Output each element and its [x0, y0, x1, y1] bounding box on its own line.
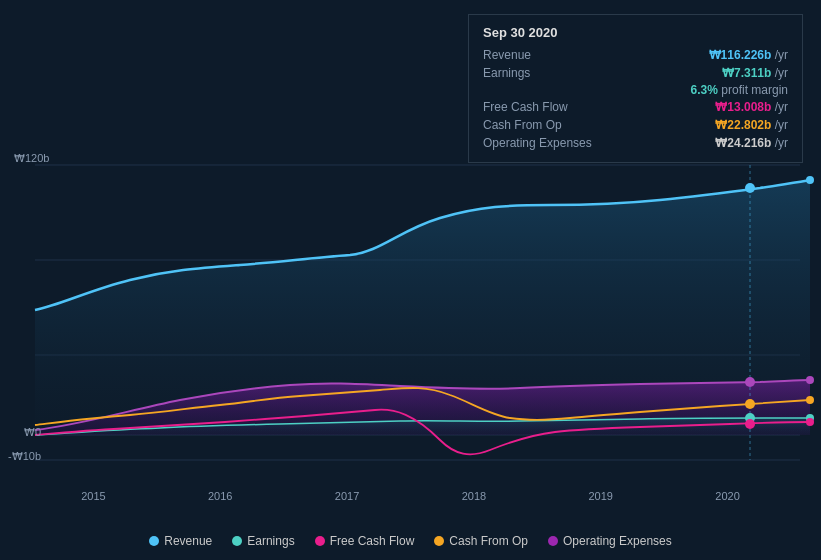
svg-point-13 [745, 399, 755, 409]
legend-fcf[interactable]: Free Cash Flow [315, 534, 415, 548]
y-label-neg10: -₩10b [8, 450, 41, 463]
svg-point-6 [806, 376, 814, 384]
legend-revenue[interactable]: Revenue [149, 534, 212, 548]
tooltip-earnings-row: Earnings ₩7.311b /yr [483, 64, 788, 82]
legend-dot-opex [548, 536, 558, 546]
tooltip-cashop-label: Cash From Op [483, 118, 613, 132]
tooltip-revenue-label: Revenue [483, 48, 613, 62]
legend-label-opex: Operating Expenses [563, 534, 672, 548]
x-label-2019: 2019 [588, 490, 612, 502]
svg-point-5 [806, 176, 814, 184]
tooltip-margin-value: 6.3% [691, 83, 718, 97]
legend-label-earnings: Earnings [247, 534, 294, 548]
tooltip-fcf-row: Free Cash Flow ₩13.008b /yr [483, 98, 788, 116]
legend-dot-cashop [434, 536, 444, 546]
tooltip-fcf-label: Free Cash Flow [483, 100, 613, 114]
legend-cashop[interactable]: Cash From Op [434, 534, 528, 548]
x-label-2016: 2016 [208, 490, 232, 502]
legend-earnings[interactable]: Earnings [232, 534, 294, 548]
tooltip-revenue-value: ₩116.226b /yr [709, 48, 788, 62]
legend-opex[interactable]: Operating Expenses [548, 534, 672, 548]
tooltip-opex-label: Operating Expenses [483, 136, 613, 150]
legend-dot-earnings [232, 536, 242, 546]
tooltip-cashop-row: Cash From Op ₩22.802b /yr [483, 116, 788, 134]
legend-dot-revenue [149, 536, 159, 546]
tooltip-margin-label: profit margin [718, 83, 788, 97]
svg-point-11 [745, 183, 755, 193]
x-axis: 2015 2016 2017 2018 2019 2020 [0, 490, 821, 502]
tooltip-margin-row: 6.3% profit margin [483, 82, 788, 98]
tooltip-opex-value: ₩24.216b /yr [715, 136, 788, 150]
tooltip-cashop-value: ₩22.802b /yr [715, 118, 788, 132]
x-label-2017: 2017 [335, 490, 359, 502]
svg-point-7 [806, 396, 814, 404]
legend-dot-fcf [315, 536, 325, 546]
tooltip-earnings-value: ₩7.311b /yr [722, 66, 788, 80]
svg-point-9 [806, 418, 814, 426]
tooltip-earnings-label: Earnings [483, 66, 613, 80]
tooltip-revenue-row: Revenue ₩116.226b /yr [483, 46, 788, 64]
legend-label-cashop: Cash From Op [449, 534, 528, 548]
legend-label-fcf: Free Cash Flow [330, 534, 415, 548]
legend-label-revenue: Revenue [164, 534, 212, 548]
tooltip-fcf-value: ₩13.008b /yr [715, 100, 788, 114]
x-label-2015: 2015 [81, 490, 105, 502]
y-label-120: ₩120b [14, 152, 49, 165]
svg-point-12 [745, 377, 755, 387]
y-label-0: ₩0 [24, 426, 41, 439]
x-label-2018: 2018 [462, 490, 486, 502]
tooltip-date: Sep 30 2020 [483, 25, 788, 40]
svg-point-15 [745, 419, 755, 429]
x-label-2020: 2020 [715, 490, 739, 502]
tooltip-opex-row: Operating Expenses ₩24.216b /yr [483, 134, 788, 152]
chart-legend: Revenue Earnings Free Cash Flow Cash Fro… [0, 534, 821, 548]
tooltip-box: Sep 30 2020 Revenue ₩116.226b /yr Earnin… [468, 14, 803, 163]
